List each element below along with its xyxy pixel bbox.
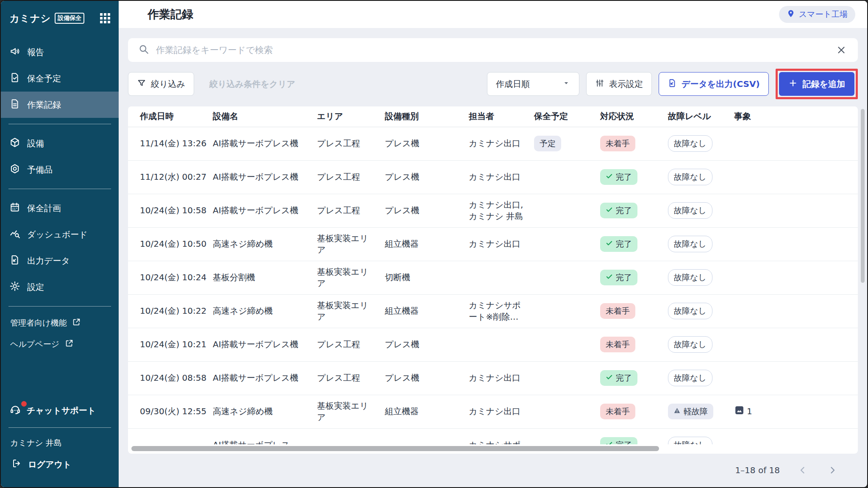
cell-status: 完了 [596,227,664,261]
sidebar-item-label: 設備 [27,138,44,149]
status-badge: 未着手 [600,337,635,353]
sidebar-divider [8,306,111,307]
cell-incident [730,160,858,194]
display-settings-button[interactable]: 表示設定 [586,72,652,96]
sidebar-item-maintenance-plan[interactable]: 保全計画 [1,195,119,221]
nut-icon [9,163,20,176]
sidebar-item-maintenance-schedule[interactable]: 保全予定 [1,65,119,92]
table-row[interactable]: 11/12(水) 00:27 AI搭載サーボプレス機 プレス工程 プレス機 カミ… [128,160,858,194]
incident-images: 1 [734,405,752,418]
content: 絞り込み 絞り込み条件をクリア 作成日順 表示設定 データを出力(CSV) [119,28,867,487]
cell-assignee: カミナシサポ [465,428,530,444]
cell-equipment-type: プレス機 [381,361,465,395]
table-row[interactable]: 09/30(火) 12:55 高速ネジ締め機 基板実装エリア 組立機器 カミナシ… [128,395,858,428]
cell-fault-level: 故障なし [664,361,730,395]
cell-fault-level: 軽故障 [664,395,730,428]
file-export-icon [9,254,20,268]
sidebar-item-equipment[interactable]: 設備 [1,130,119,156]
cell-created-at: 09/30(火) 12:55 [128,395,209,428]
sliders-icon [595,78,604,90]
cell-maintenance-plan [530,194,596,227]
sidebar-divider [8,124,111,124]
cell-maintenance-plan [530,428,596,444]
table-row[interactable]: 11/14(金) 13:26 AI搭載サーボプレス機 プレス工程 プレス機 カミ… [128,127,858,160]
logout-button[interactable]: ログアウト [1,452,119,476]
sidebar-link-help-page[interactable]: ヘルプページ [1,334,119,355]
fault-level-badge: 故障なし [668,236,712,253]
export-csv-button[interactable]: データを出力(CSV) [659,72,769,96]
cell-equipment-type: 切断機 [381,261,465,294]
cell-equipment-type: プレス機 [381,160,465,194]
search-input[interactable] [156,45,828,55]
status-badge: 未着手 [600,136,635,152]
cell-status: 完了 [596,361,664,395]
cell-incident [730,227,858,261]
cell-maintenance-plan [530,160,596,194]
table-row[interactable]: 10/24(金) 08:58 AI搭載サーボプレス機 プレス工程 プレス機 カミ… [128,361,858,395]
topbar: 作業記録 スマート工場 [119,1,867,28]
funnel-icon [137,78,146,90]
fault-level-badge: 故障なし [668,303,712,320]
table-row[interactable]: 10/24(金) 10:21 AI搭載サーボプレス機 プレス工程 プレス機 未着… [128,328,858,361]
help-link-label: ヘルプページ [10,339,59,350]
search-icon [138,44,149,56]
status-badge: 未着手 [600,404,635,420]
sidebar-item-settings[interactable]: 設定 [1,274,119,300]
horizontal-scrollbar-thumb[interactable] [131,446,659,451]
vertical-scrollbar-thumb[interactable] [861,109,865,283]
apps-grid-icon[interactable] [100,13,110,23]
cube-icon [9,137,20,150]
cell-equipment-type: 組立機器 [381,227,465,261]
image-icon [734,405,745,418]
filter-button[interactable]: 絞り込み [128,72,194,96]
cell-equipment-name: AI搭載サーボプレス機 [209,328,313,361]
sidebar-item-label: 予備品 [27,164,53,176]
table-row[interactable]: 10/24(金) 10:24 基板分割機 基板実装エリア 切断機 完了 故障なし [128,261,858,294]
status-badge: 完了 [600,169,637,185]
chat-support-label: チャットサポート [27,405,96,416]
sidebar-item-spare-parts[interactable]: 予備品 [1,156,119,183]
fault-level-badge: 故障なし [668,202,712,219]
gear-icon [9,281,20,294]
previous-page-icon[interactable] [796,463,810,477]
sort-order-select[interactable]: 作成日順 [487,72,579,96]
fault-level-badge: 軽故障 [668,404,713,420]
logo-text: カミナシ [9,12,51,25]
next-page-icon[interactable] [826,463,839,477]
table-row[interactable]: AI搭載サーボプレス カミナシサポ 完了 故障なし [128,428,858,444]
cell-area: プレス工程 [313,127,381,160]
add-record-button[interactable]: 記録を追加 [779,72,854,96]
cell-created-at: 10/24(金) 10:58 [128,194,209,227]
sidebar-item-dashboard[interactable]: ダッシュボード [1,221,119,248]
cell-created-at: 11/14(金) 13:26 [128,127,209,160]
document-check-icon [9,72,20,85]
cell-equipment-type: プレス機 [381,328,465,361]
fault-level-badge: 故障なし [668,135,712,152]
sidebar-nav: 報告 保全予定 作業記録 設備 予備品 保全計画 [1,39,119,300]
sidebar-link-admin-features[interactable]: 管理者向け機能 [1,312,119,334]
records-table-card: 作成日時 設備名 エリア 設備種別 担当者 保全予定 対応状況 故障レベル 事象 [128,106,858,454]
external-link-icon [72,318,81,329]
sidebar-item-export-data[interactable]: 出力データ [1,248,119,274]
pagination-range: 1–18 of 18 [735,465,780,475]
admin-link-label: 管理者向け機能 [10,318,67,329]
chat-support-button[interactable]: チャットサポート [1,399,119,421]
search-bar [128,38,858,62]
location-badge[interactable]: スマート工場 [779,6,855,23]
file-export-icon [668,78,677,90]
cell-assignee: カミナシ出口 [465,227,530,261]
plus-icon [788,78,798,90]
table-body: 11/14(金) 13:26 AI搭載サーボプレス機 プレス工程 プレス機 カミ… [128,127,858,444]
sidebar-item-label: ダッシュボード [27,229,88,240]
cell-area: プレス工程 [313,361,381,395]
cell-incident [730,428,858,444]
sidebar-item-report[interactable]: 報告 [1,39,119,65]
search-clear-icon[interactable] [835,44,848,56]
table-row[interactable]: 10/24(金) 10:50 高速ネジ締め機 基板実装エリア 組立機器 カミナシ… [128,227,858,261]
table-row[interactable]: 10/24(金) 10:22 高速ネジ締め機 基板実装エリア 組立機器 カミナシ… [128,294,858,328]
table-row[interactable]: 10/24(金) 10:58 AI搭載サーボプレス機 プレス工程 プレス機 カミ… [128,194,858,227]
clear-filter-link[interactable]: 絞り込み条件をクリア [209,78,295,90]
sidebar-item-work-records[interactable]: 作業記録 [1,92,119,118]
cell-area: 基板実装エリア [313,395,381,428]
col-maintenance-plan: 保全予定 [530,106,596,127]
